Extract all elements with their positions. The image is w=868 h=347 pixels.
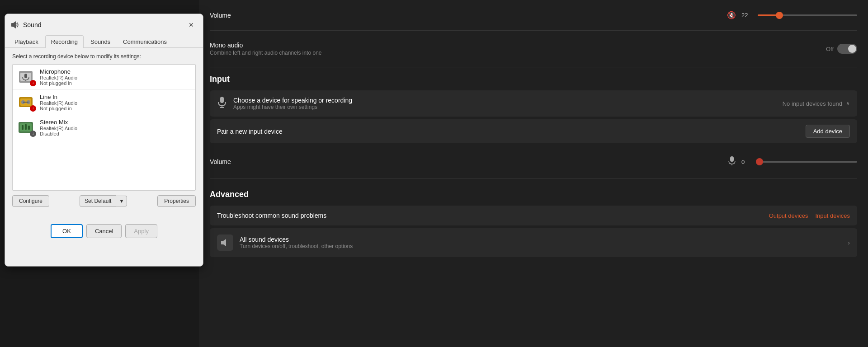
input-device-header: Choose a device for speaking or recordin… xyxy=(217,96,850,111)
device-list: ↓ Microphone Realtek(R) Audio Not plugge… xyxy=(12,64,196,191)
input-mic-svg xyxy=(728,156,736,166)
toggle-knob xyxy=(848,45,856,53)
pair-device-row: Pair a new input device Add device xyxy=(210,119,857,143)
input-device-info: Choose a device for speaking or recordin… xyxy=(233,97,352,110)
svg-rect-15 xyxy=(28,126,30,130)
input-device-title: Choose a device for speaking or recordin… xyxy=(233,97,352,104)
mono-audio-title: Mono audio xyxy=(210,42,322,49)
input-volume-label: Volume xyxy=(210,158,231,165)
mono-audio-section: Mono audio Combine left and right audio … xyxy=(210,31,857,67)
device-item-microphone[interactable]: ↓ Microphone Realtek(R) Audio Not plugge… xyxy=(13,65,195,90)
set-default-arrow[interactable]: ▼ xyxy=(116,196,127,206)
dialog-ok-cancel: OK Cancel Apply xyxy=(5,220,203,243)
btn-left-group: Configure xyxy=(12,195,49,207)
device-sub1-microphone: Realtek(R) Audio xyxy=(40,75,191,80)
mono-audio-toggle[interactable] xyxy=(837,44,857,54)
device-item-linein[interactable]: ↓ Line In Realtek(R) Audio Not plugged i… xyxy=(13,90,195,115)
output-devices-link[interactable]: Output devices xyxy=(769,212,808,219)
dialog-titlebar: Sound ✕ xyxy=(5,14,203,35)
all-devices-subtitle: Turn devices on/off, troubleshoot, other… xyxy=(240,243,353,249)
input-volume-value: 0 xyxy=(741,159,752,165)
ok-button[interactable]: OK xyxy=(51,224,83,238)
linein-icon-container: ↓ xyxy=(17,94,35,111)
troubleshoot-label: Troubleshoot common sound problems xyxy=(217,212,326,219)
tab-recording[interactable]: Recording xyxy=(45,35,84,48)
sound-dialog: Sound ✕ Playback Recording Sounds Commun… xyxy=(5,14,203,267)
speaker-svg xyxy=(221,238,230,247)
input-device-subtitle: Apps might have their own settings xyxy=(233,104,352,110)
input-section-title: Input xyxy=(210,67,857,88)
input-device-row[interactable]: Choose a device for speaking or recordin… xyxy=(210,90,857,117)
all-devices-icon xyxy=(217,234,233,251)
device-status-linein: Not plugged in xyxy=(40,106,191,111)
volume-mute-icon: 🔇 xyxy=(727,11,736,19)
set-default-button[interactable]: Set Default xyxy=(80,195,116,207)
input-mic-icon xyxy=(728,156,736,168)
dialog-buttons-row: Configure Set Default ▼ Properties xyxy=(12,195,196,207)
input-volume-slider[interactable] xyxy=(758,161,857,163)
output-volume-value: 22 xyxy=(741,12,752,19)
output-volume-controls: 🔇 22 xyxy=(727,11,857,19)
svg-rect-0 xyxy=(11,23,13,27)
svg-rect-13 xyxy=(22,125,24,130)
apply-button[interactable]: Apply xyxy=(125,224,157,238)
mono-audio-subtitle: Combine left and right audio channels in… xyxy=(210,50,322,56)
dialog-content: Select a recording device below to modif… xyxy=(5,48,203,212)
cancel-button[interactable]: Cancel xyxy=(86,224,122,238)
pair-device-label: Pair a new input device xyxy=(217,128,283,135)
device-status-stereomix: Disabled xyxy=(40,131,191,136)
svg-rect-14 xyxy=(25,124,27,130)
device-status-microphone: Not plugged in xyxy=(40,80,191,86)
output-volume-row: Volume 🔇 22 xyxy=(210,7,857,23)
close-button[interactable]: ✕ xyxy=(185,19,198,31)
chevron-up-icon: ∧ xyxy=(846,100,850,107)
dialog-title: Sound xyxy=(23,21,41,28)
input-device-right: No input devices found ∧ xyxy=(783,100,850,107)
sound-icon xyxy=(10,20,19,29)
device-item-stereomix[interactable]: ↓ Stereo Mix Realtek(R) Audio Disabled xyxy=(13,115,195,140)
tab-communications[interactable]: Communications xyxy=(117,35,173,48)
tab-sounds[interactable]: Sounds xyxy=(85,35,116,48)
input-volume-controls: 0 xyxy=(728,156,857,168)
svg-rect-21 xyxy=(221,241,223,244)
settings-panel: Volume 🔇 22 Mono audio Combine left and … xyxy=(199,0,868,347)
device-badge-microphone: ↓ xyxy=(30,80,36,86)
input-volume-section: Volume 0 xyxy=(210,145,857,179)
mono-audio-info: Mono audio Combine left and right audio … xyxy=(210,42,322,56)
device-info-linein: Line In Realtek(R) Audio Not plugged in xyxy=(40,94,191,111)
svg-rect-19 xyxy=(730,156,734,162)
device-badge-linein: ↓ xyxy=(30,105,36,112)
all-devices-left: All sound devices Turn devices on/off, t… xyxy=(217,234,353,251)
set-default-group: Set Default ▼ xyxy=(80,195,127,207)
advanced-section: Advanced Troubleshoot common sound probl… xyxy=(210,179,857,257)
input-device-left: Choose a device for speaking or recordin… xyxy=(217,96,352,111)
tab-playback[interactable]: Playback xyxy=(9,35,44,48)
output-volume-slider[interactable] xyxy=(758,14,857,16)
all-devices-info: All sound devices Turn devices on/off, t… xyxy=(240,236,353,249)
stereomix-icon-container: ↓ xyxy=(17,120,35,136)
output-volume-section: Volume 🔇 22 xyxy=(210,0,857,31)
all-devices-row[interactable]: All sound devices Turn devices on/off, t… xyxy=(210,228,857,257)
troubleshoot-links: Output devices Input devices xyxy=(769,212,850,219)
input-devices-link[interactable]: Input devices xyxy=(815,212,850,219)
device-name-stereomix: Stereo Mix xyxy=(40,119,191,126)
mono-audio-toggle-label: Off xyxy=(826,46,834,52)
properties-button[interactable]: Properties xyxy=(157,195,196,207)
svg-marker-1 xyxy=(13,21,16,28)
dialog-tabs: Playback Recording Sounds Communications xyxy=(5,35,203,48)
device-name-linein: Line In xyxy=(40,94,191,100)
dialog-instruction: Select a recording device below to modif… xyxy=(12,53,196,60)
troubleshoot-row: Troubleshoot common sound problems Outpu… xyxy=(210,206,857,225)
microphone-icon-container: ↓ xyxy=(17,69,35,85)
configure-button[interactable]: Configure xyxy=(12,195,49,207)
device-sub1-stereomix: Realtek(R) Audio xyxy=(40,126,191,131)
mono-audio-row: Mono audio Combine left and right audio … xyxy=(210,38,857,60)
svg-rect-4 xyxy=(24,74,27,78)
input-volume-row: Volume 0 xyxy=(210,152,857,171)
svg-rect-16 xyxy=(220,97,224,103)
device-info-microphone: Microphone Realtek(R) Audio Not plugged … xyxy=(40,68,191,86)
output-volume-label: Volume xyxy=(210,12,231,19)
no-devices-text: No input devices found xyxy=(783,100,842,107)
add-device-button[interactable]: Add device xyxy=(806,125,850,138)
all-devices-title: All sound devices xyxy=(240,236,353,243)
